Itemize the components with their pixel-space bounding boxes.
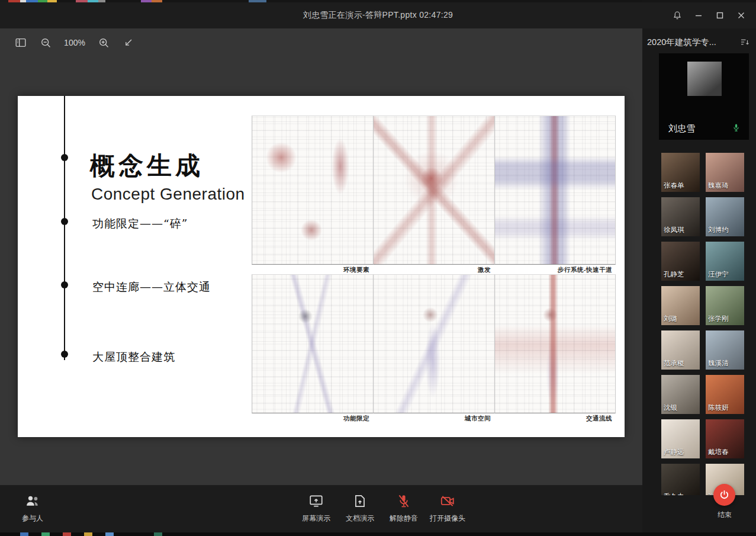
zoom-level: 100% [63,38,86,47]
participant-name: 孔静芝 [664,270,684,279]
document-share-button[interactable]: 文档演示 [342,493,378,524]
participant-tile[interactable]: 魏溪清 [706,330,744,370]
timeline-dot [61,351,68,358]
participant-tile[interactable]: 沈银 [661,375,700,414]
unmute-label: 解除静音 [390,513,418,524]
slide-bullet: 功能限定——“碎” [92,216,188,232]
map-label: 交通流线 [494,413,616,423]
participant-name: 汪伊宁 [708,270,729,279]
participant-name: 范承稷 [664,359,684,368]
sidebar-toggle-icon[interactable] [13,35,28,50]
participant-tile[interactable]: 徐凤琪 [661,197,700,236]
map-label: 城市空间 [373,413,494,423]
window-title: 刘忠雪正在演示-答辩PPT.pptx 02:47:29 [303,10,453,21]
timeline-dot [61,281,68,288]
minimize-button[interactable] [690,7,707,24]
slide-bullet: 大屋顶整合建筑 [92,349,175,365]
meeting-control-bar: 参与人 屏幕演示 文档演示 [0,485,642,532]
participant-name: 魏嘉琦 [708,181,729,190]
participant-name: 沈银 [664,403,677,412]
map-cell: 步行系统-快速干道 [494,115,616,274]
camera-muted-icon [439,493,456,509]
participant-tile[interactable]: 汪伊宁 [706,242,744,281]
participants-sidebar: 2020年建筑学专... 刘忠雪 张春单 魏嘉琦 徐凤琪 刘博约 孔静芝 [642,28,756,532]
window-titlebar: 刘忠雪正在演示-答辩PPT.pptx 02:47:29 [0,2,756,28]
maximize-button[interactable] [711,7,729,24]
sidebar-header: 2020年建筑学专... [647,34,750,50]
end-meeting-button[interactable] [713,484,735,506]
participant-tile[interactable]: 魏嘉琦 [706,153,744,192]
map-label: 环境要素 [252,265,373,274]
slide-title-english: Concept Generation [91,185,245,204]
presenter-avatar [687,62,722,96]
viewer-toolbar: 100% [13,32,136,53]
meeting-title: 2020年建筑学专... [647,37,716,48]
screen-share-label: 屏幕演示 [302,513,330,524]
taskbar-strip [0,532,756,536]
document-share-label: 文档演示 [346,513,374,524]
map-cell: 环境要素 [252,115,373,274]
slide-title-chinese: 概念生成 [90,149,204,182]
map-cell: 城市空间 [373,274,494,423]
zoom-out-icon[interactable] [38,35,53,50]
map-diagram [373,115,494,265]
map-diagram [494,115,616,265]
document-share-icon [352,493,368,509]
participant-tile[interactable]: 范承稷 [661,330,700,370]
presentation-area: 100% 概念生成 Concept Generation 功能限定——“碎” 空… [0,28,642,532]
map-grid: 环境要素 激发 步行系统-快速干道 功能限定 城市空间 交通流线 [252,115,616,423]
unmute-button[interactable]: 解除静音 [385,493,422,524]
map-cell: 激发 [373,115,494,274]
participants-icon [24,493,41,509]
map-cell: 交通流线 [494,274,616,423]
notification-bell-icon[interactable] [668,7,686,24]
participant-name: 刘博约 [708,226,729,235]
participant-sort-icon[interactable] [739,37,750,47]
open-camera-button[interactable]: 打开摄像头 [429,493,466,524]
screen-share-icon [308,493,324,509]
participant-tile[interactable]: 戴培春 [706,419,744,458]
participant-name: 戴培春 [708,448,729,457]
map-label: 激发 [373,265,494,274]
map-diagram [373,274,494,413]
map-label: 步行系统-快速干道 [494,265,616,274]
timeline-dot [61,218,68,225]
participant-grid: 张春单 魏嘉琦 徐凤琪 刘博约 孔静芝 汪伊宁 刘璐 张学刚 范承稷 魏溪清 沈… [661,153,745,495]
participant-name: 刘璐 [664,314,677,323]
participant-tile[interactable]: 张春单 [661,153,700,192]
participants-label: 参与人 [22,513,43,524]
participant-tile[interactable]: 卢静远 [661,419,700,458]
map-diagram [494,274,616,413]
timeline-dot [61,154,68,161]
participant-name: 卢静远 [664,448,684,457]
participant-tile[interactable]: 刘博约 [706,197,744,236]
participant-tile[interactable]: 张学刚 [706,286,744,325]
window-controls [668,2,750,28]
timeline-line [64,96,65,360]
microphone-muted-icon [395,493,412,509]
participants-button[interactable]: 参与人 [14,493,51,524]
close-button[interactable] [732,7,750,24]
participant-name: 陈筱妍 [708,403,729,412]
participant-name: 徐凤琪 [664,226,684,235]
presenter-mic-icon [732,123,741,135]
participant-name: 张学刚 [708,314,729,323]
map-cell: 功能限定 [252,274,373,423]
presenter-name: 刘忠雪 [668,123,695,134]
screen: 刘忠雪正在演示-答辩PPT.pptx 02:47:29 10 [0,0,756,536]
presenter-tile[interactable]: 刘忠雪 [659,53,749,140]
slide: 概念生成 Concept Generation 功能限定——“碎” 空中连廊——… [18,96,625,437]
presenter-row: 刘忠雪 [659,122,749,135]
participant-tile[interactable]: 刘璐 [661,286,700,325]
participant-tile[interactable]: 孔静芝 [661,242,700,281]
slide-bullet: 空中连廊——立体交通 [92,280,211,295]
map-diagram [252,274,373,413]
annotation-arrow-icon[interactable] [121,35,136,50]
map-label: 功能限定 [252,413,373,423]
participant-name: 魏溪清 [708,359,729,368]
zoom-in-icon[interactable] [96,35,111,50]
map-diagram [252,115,373,265]
participant-name: 张春单 [664,181,684,190]
screen-share-button[interactable]: 屏幕演示 [298,493,334,524]
participant-tile[interactable]: 陈筱妍 [706,375,744,414]
